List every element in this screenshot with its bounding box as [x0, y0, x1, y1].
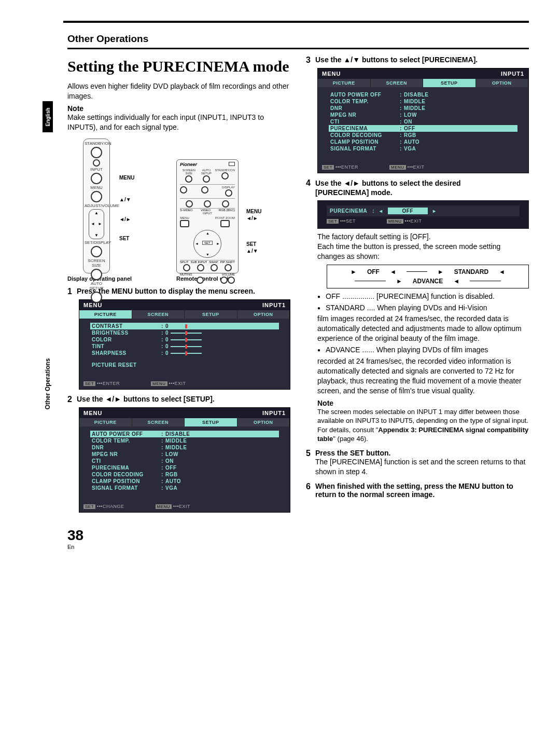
osd-key-menu: MENU: [156, 504, 172, 509]
osd-row: CTI: [92, 458, 159, 464]
osd-row-picture-reset: PICTURE RESET: [92, 362, 159, 368]
osd-row: PURECINEMA: [92, 465, 159, 471]
osd-input-label: INPUT1: [262, 410, 286, 416]
osd-row-contrast: CONTRAST: [92, 323, 159, 329]
callout-updown-right: ▲/▼: [246, 248, 258, 254]
standby-button-icon: [91, 147, 102, 158]
osd-key-set: SET: [83, 504, 95, 509]
osd-row: PURECINEMA: [330, 126, 398, 131]
r2-btn3-icon: [186, 200, 193, 208]
label-standby: STANDBY/ON: [85, 141, 108, 146]
osd-row: DNR: [330, 105, 398, 111]
r2-split-icon: [183, 264, 190, 271]
intro-text: Allows even higher fidelity DVD playback…: [67, 81, 290, 101]
page-title: Setting the PURECINEMA mode: [67, 58, 290, 75]
osd-row: CLAMP POSITION: [330, 139, 398, 145]
language-tab: English: [43, 101, 53, 132]
side-section-label: Other Operations: [43, 353, 53, 415]
up-icon: ▲: [94, 211, 99, 215]
step-5-body: The [PURECINEMA] function is set and the…: [315, 457, 529, 477]
right-arrow-icon: ▸: [433, 208, 436, 214]
remote-control-illustration: Pioneer SCREEN SIZE AUTO SETUP STANDBY/O…: [176, 159, 239, 273]
osd-input-label: INPUT1: [501, 71, 524, 77]
r2-btn4-icon: [204, 200, 211, 208]
label-set-display: SET/DISPLAY: [85, 240, 108, 245]
cycle-advance: ADVANCE: [413, 278, 443, 285]
step-2-text: Use the ◄/► buttons to select [SETUP].: [77, 395, 290, 404]
r2-standby-icon: [221, 172, 229, 180]
set-button-icon: [91, 246, 102, 257]
osd-foot-exit: EXIT: [179, 504, 190, 509]
osd-row: COLOR TEMP.: [330, 99, 398, 104]
mode-standard-cont: film images recorded at 24 frames/sec, t…: [317, 314, 529, 343]
osd-row: SIGNAL FORMAT: [92, 485, 159, 491]
caption-display-panel: Display operating panel: [67, 276, 156, 282]
label-r2-input: INPUT: [180, 212, 235, 215]
osd-row: COLOR TEMP.: [92, 438, 159, 444]
osd-row-brightness: BRIGHTNESS: [92, 330, 159, 336]
step-number: 5: [306, 449, 315, 477]
mode-off: OFF ................ [PURECINEMA] functi…: [317, 292, 529, 301]
left-icon: ◄: [91, 222, 95, 226]
ir-icon: [229, 162, 235, 166]
osd-foot-enter: ENTER: [103, 381, 120, 386]
osd-tab-picture: PICTURE: [79, 310, 132, 319]
display-panel-illustration: STANDBY/ON INPUT MENU ADJUST/VOLUME ▲ ◄►…: [83, 139, 110, 273]
osd-tab-screen: SCREEN: [132, 418, 185, 426]
section-divider: [67, 48, 529, 49]
osd-key-set: SET: [322, 165, 334, 170]
label-input: INPUT: [85, 167, 108, 172]
r2-point-icon: [220, 220, 230, 227]
osd-tab-picture: PICTURE: [79, 418, 132, 426]
r2-volup-icon: [228, 277, 235, 284]
label-r2-svideo: S-VIDEO: [180, 209, 193, 212]
osd-foot-exit: EXIT: [175, 381, 186, 386]
osd-key-set: SET: [83, 381, 95, 386]
arrow-icon: ◄: [499, 268, 505, 276]
step-6-text: When finished with the setting, press th…: [315, 482, 529, 499]
osd-key-menu: MENU: [151, 381, 167, 386]
r2-btn1-icon: [180, 186, 187, 194]
r2-pip-icon: [225, 264, 232, 271]
step-number: 2: [67, 395, 77, 404]
label-r2-display: DISPLAY: [222, 186, 235, 189]
r2-sub-icon: [197, 264, 204, 271]
mode-standard: STANDARD .... When playing DVDs and Hi-V…: [317, 303, 529, 313]
label-r2-point: POINT ZOOM: [215, 216, 235, 219]
cycle-off: OFF: [367, 268, 380, 276]
r2-voldown-icon: [220, 277, 228, 284]
input-button-icon: [91, 173, 102, 184]
osd-tab-picture: PICTURE: [318, 79, 371, 87]
label-r2-video: VIDEO: [201, 209, 211, 212]
led-icon: [93, 159, 100, 167]
label-menu: MENU: [85, 185, 108, 190]
label-screen-size: SCREEN SIZE: [85, 258, 108, 268]
osd-input-label: INPUT1: [262, 302, 286, 308]
section-heading: Other Operations: [67, 33, 529, 45]
note-heading-1: Note: [67, 104, 290, 113]
osd-purecinema-bar: PURECINEMA : ◂ OFF ▸ SET•••SETMENU•••EXI…: [317, 200, 529, 229]
osd-tab-option: OPTION: [237, 310, 290, 319]
osd-menu-setup-1: MENUINPUT1 PICTURE SCREEN SETUP OPTION A…: [79, 407, 290, 513]
callout-menu-left: MENU: [119, 175, 134, 181]
r2-swap-icon: [211, 264, 218, 271]
osd-purecinema-value: OFF: [388, 208, 428, 214]
osd-row: MPEG NR: [330, 112, 398, 118]
osd-row: AUTO POWER OFF: [92, 431, 159, 437]
step-number: 1: [67, 287, 77, 296]
osd-foot-set: SET: [346, 218, 356, 224]
osd-row: COLOR DECODING: [330, 132, 398, 138]
arrow-icon: ►: [438, 268, 444, 276]
r2-muting-icon: [197, 277, 204, 284]
osd-key-menu: MENU: [389, 165, 406, 170]
osd-row-tint: TINT: [92, 343, 159, 349]
osd-row-sharpness: SHARPNESS: [92, 350, 159, 356]
osd-row: CLAMP POSITION: [92, 478, 159, 484]
arrow-icon: ►: [396, 278, 402, 285]
r2-screen-icon: [185, 175, 192, 183]
label-r2-muting: MUTING: [180, 273, 192, 276]
step-number: 3: [306, 56, 315, 65]
step-3-text: Use the ▲/▼ buttons to select [PURECINEM…: [315, 56, 529, 65]
osd-row: MPEG NR: [92, 451, 159, 457]
osd-title: MENU: [322, 71, 341, 77]
